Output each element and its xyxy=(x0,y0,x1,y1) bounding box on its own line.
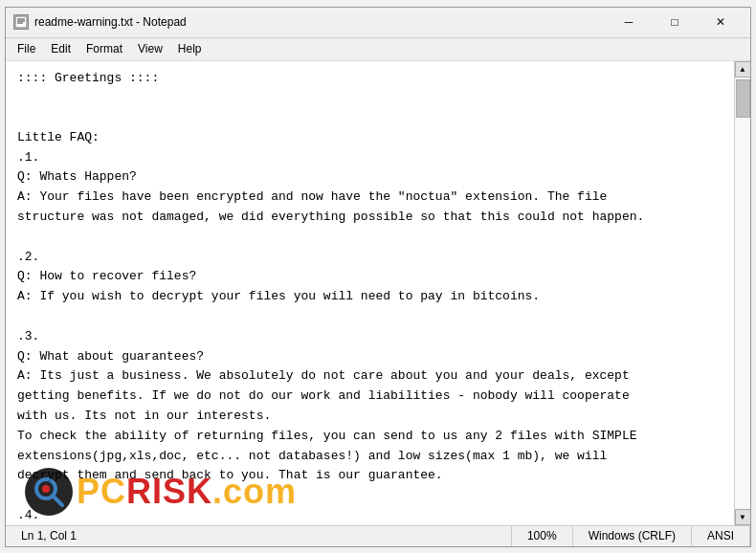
window-controls: ─ □ ✕ xyxy=(607,10,743,34)
status-zoom: 100% xyxy=(512,526,573,546)
svg-rect-0 xyxy=(15,16,27,28)
vertical-scrollbar[interactable]: ▲ ▼ xyxy=(734,61,750,525)
status-bar: Ln 1, Col 1 100% Windows (CRLF) ANSI xyxy=(6,525,750,546)
menu-bar: File Edit Format View Help xyxy=(6,38,750,61)
notepad-window: readme-warning.txt - Notepad ─ □ ✕ File … xyxy=(5,7,751,547)
menu-edit[interactable]: Edit xyxy=(43,40,78,57)
menu-format[interactable]: Format xyxy=(78,40,130,57)
scroll-up-button[interactable]: ▲ xyxy=(735,61,751,77)
close-button[interactable]: ✕ xyxy=(699,10,743,34)
menu-file[interactable]: File xyxy=(10,40,43,57)
status-line-ending: Windows (CRLF) xyxy=(573,526,692,546)
maximize-button[interactable]: □ xyxy=(653,10,697,34)
content-area: :::: Greetings :::: Little FAQ: .1. Q: W… xyxy=(6,61,750,525)
menu-view[interactable]: View xyxy=(130,40,170,57)
menu-help[interactable]: Help xyxy=(170,40,210,57)
scroll-track[interactable] xyxy=(735,77,750,509)
title-bar: readme-warning.txt - Notepad ─ □ ✕ xyxy=(6,8,750,38)
status-ln-col: Ln 1, Col 1 xyxy=(6,526,512,546)
status-encoding: ANSI xyxy=(692,526,750,546)
notepad-icon xyxy=(13,14,29,30)
scroll-down-button[interactable]: ▼ xyxy=(735,509,751,525)
scroll-thumb[interactable] xyxy=(736,79,750,118)
title-bar-left: readme-warning.txt - Notepad xyxy=(13,14,187,30)
text-editor[interactable]: :::: Greetings :::: Little FAQ: .1. Q: W… xyxy=(6,61,734,525)
minimize-button[interactable]: ─ xyxy=(607,10,651,34)
window-title: readme-warning.txt - Notepad xyxy=(34,15,187,29)
